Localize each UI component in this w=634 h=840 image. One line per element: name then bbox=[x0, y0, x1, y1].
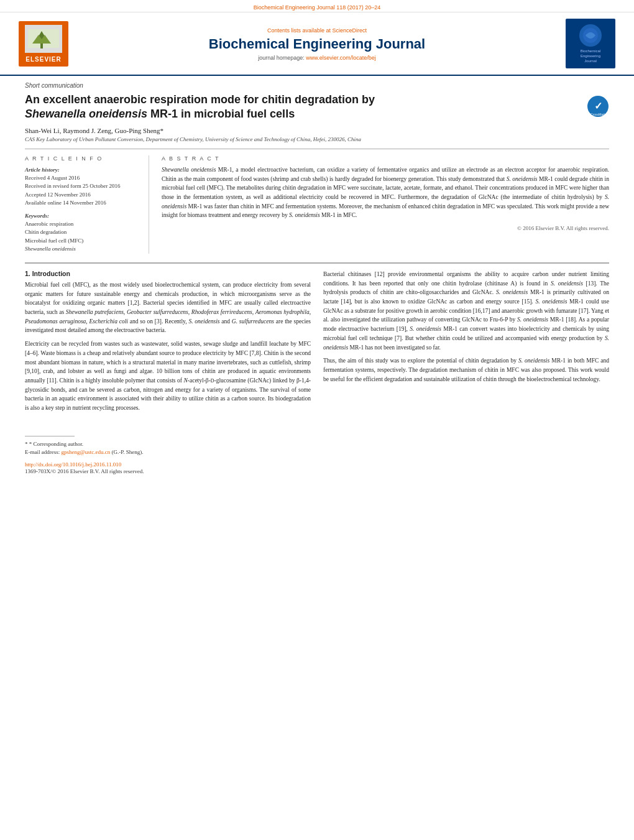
article-title-row: An excellent anaerobic respiration mode … bbox=[25, 93, 609, 122]
sciencedirect-link[interactable]: ScienceDirect bbox=[333, 27, 367, 34]
doi-link[interactable]: http://dx.doi.org/10.1016/j.bej.2016.11.… bbox=[25, 461, 121, 468]
homepage-link[interactable]: www.elsevier.com/locate/bej bbox=[306, 55, 376, 61]
intro-para1: Microbial fuel cell (MFC), as the most w… bbox=[25, 280, 311, 335]
elsevier-tree-icon bbox=[25, 26, 62, 51]
footer-area: * * Corresponding author. E-mail address… bbox=[25, 436, 609, 476]
article-title: An excellent anaerobic respiration mode … bbox=[25, 93, 581, 122]
info-abstract-row: A R T I C L E I N F O Article history: R… bbox=[25, 155, 609, 254]
intro-para3: Bacterial chitinases [12] provide enviro… bbox=[323, 270, 609, 352]
svg-text:CrossMark: CrossMark bbox=[590, 113, 606, 116]
intro-para2: Electricity can be recycled from wastes … bbox=[25, 339, 311, 413]
journal-logo-icon bbox=[572, 23, 609, 48]
article-info: A R T I C L E I N F O Article history: R… bbox=[25, 155, 149, 254]
keyword4: Shewanella oneidensis bbox=[25, 245, 139, 254]
copyright-text: © 2016 Elsevier B.V. All rights reserved… bbox=[162, 225, 609, 231]
accepted-date: Accepted 12 November 2016 bbox=[25, 191, 139, 200]
keyword3: Microbial fuel cell (MFC) bbox=[25, 237, 139, 246]
body-divider bbox=[25, 262, 609, 264]
journal-header: ELSEVIER Contents lists available at Sci… bbox=[0, 12, 634, 76]
article-abstract: A B S T R A C T Shewanella oneidensis MR… bbox=[162, 155, 609, 254]
issn-text: 1369-703X/© 2016 Elsevier B.V. All right… bbox=[25, 468, 609, 476]
elsevier-logo: ELSEVIER bbox=[19, 21, 68, 67]
article-authors: Shan-Wei Li, Raymond J. Zeng, Guo-Ping S… bbox=[25, 127, 609, 134]
available-date: Available online 14 November 2016 bbox=[25, 199, 139, 208]
email-link[interactable]: gpsheng@ustc.edu.cn bbox=[61, 449, 110, 455]
article-content: Short communication An excellent anaerob… bbox=[0, 76, 634, 488]
page: Biochemical Engineering Journal 118 (201… bbox=[0, 0, 634, 840]
keyword1: Anaerobic respiration bbox=[25, 220, 139, 229]
two-col-body: 1. Introduction Microbial fuel cell (MFC… bbox=[25, 270, 609, 417]
intro-para4: Thus, the aim of this study was to explo… bbox=[323, 356, 609, 384]
top-bar: Biochemical Engineering Journal 118 (201… bbox=[0, 0, 634, 12]
abstract-text: Shewanella oneidensis MR-1, a model elec… bbox=[162, 165, 609, 220]
intro-heading: 1. Introduction bbox=[25, 270, 311, 277]
journal-logo: BiochemicalEngineeringJournal bbox=[566, 19, 615, 68]
svg-text:✓: ✓ bbox=[594, 101, 602, 111]
sciencedirect-label: Contents lists available at ScienceDirec… bbox=[68, 27, 566, 34]
keywords-label: Keywords: bbox=[25, 213, 139, 219]
journal-header-center: Contents lists available at ScienceDirec… bbox=[68, 27, 566, 61]
right-column: Bacterial chitinases [12] provide enviro… bbox=[323, 270, 609, 417]
journal-reference: Biochemical Engineering Journal 118 (201… bbox=[254, 4, 381, 11]
left-column: 1. Introduction Microbial fuel cell (MFC… bbox=[25, 270, 311, 417]
svg-rect-1 bbox=[40, 44, 43, 48]
footer-divider bbox=[25, 436, 75, 436]
crossmark-badge[interactable]: ✓ CrossMark bbox=[587, 95, 609, 118]
corresponding-note: * * Corresponding author. bbox=[25, 440, 609, 449]
journal-title: Biochemical Engineering Journal bbox=[68, 36, 566, 52]
journal-homepage: journal homepage: www.elsevier.com/locat… bbox=[68, 55, 566, 61]
article-info-title: A R T I C L E I N F O bbox=[25, 155, 139, 162]
email-note: E-mail address: gpsheng@ustc.edu.cn (G.-… bbox=[25, 448, 609, 457]
doi-area: http://dx.doi.org/10.1016/j.bej.2016.11.… bbox=[25, 461, 609, 468]
received2: Received in revised form 25 October 2016 bbox=[25, 182, 139, 191]
abstract-title: A B S T R A C T bbox=[162, 155, 609, 162]
keyword2: Chitin degradation bbox=[25, 228, 139, 237]
received1: Received 4 August 2016 bbox=[25, 174, 139, 183]
history-label: Article history: bbox=[25, 167, 139, 173]
article-divider bbox=[25, 149, 609, 149]
article-affiliation: CAS Key Laboratory of Urban Pollutant Co… bbox=[25, 136, 609, 142]
section-label: Short communication bbox=[25, 82, 609, 89]
